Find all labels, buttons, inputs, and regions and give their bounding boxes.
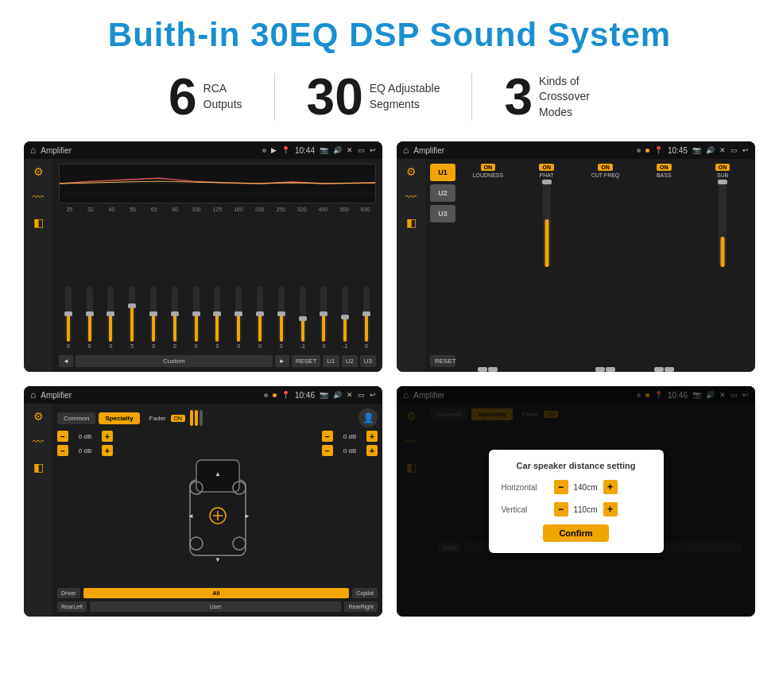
db-minus-1[interactable]: −: [57, 431, 68, 442]
eq-reset-button[interactable]: RESET: [292, 355, 321, 367]
rearleft-button[interactable]: RearLeft: [57, 601, 87, 612]
db-plus-4[interactable]: +: [366, 445, 378, 456]
vertical-minus-button[interactable]: −: [554, 502, 568, 516]
speaker-sidebar-icon-3[interactable]: ◧: [33, 461, 44, 474]
status-dot-3: [264, 393, 268, 397]
eq-slider-1[interactable]: 0: [80, 286, 99, 349]
home-icon[interactable]: ⌂: [30, 145, 36, 156]
db-minus-4[interactable]: −: [322, 445, 333, 456]
speaker-sidebar-icon-1[interactable]: ⚙: [33, 410, 44, 423]
distance-dialog-overlay: Car speaker distance setting Horizontal …: [397, 386, 755, 617]
db-minus-2[interactable]: −: [57, 445, 68, 456]
speaker-sidebar: ⚙ 〰 ◧: [24, 404, 52, 617]
db-plus-2[interactable]: +: [102, 445, 113, 456]
eq-slider-14[interactable]: 0: [357, 286, 376, 349]
speaker-bottom-row-2: RearLeft User RearRight: [57, 601, 378, 612]
freq-125: 125: [207, 207, 228, 212]
camera-icon-2: 📷: [692, 146, 701, 154]
horizontal-value: 140cm: [572, 483, 600, 492]
u1-button[interactable]: U1: [430, 164, 455, 181]
rect-icon: ▭: [358, 146, 365, 154]
back-icon[interactable]: ↩: [370, 146, 376, 154]
db-minus-3[interactable]: −: [322, 431, 333, 442]
sub-slider[interactable]: [719, 180, 727, 267]
eq-slider-11[interactable]: -1: [293, 286, 312, 349]
back-icon-2[interactable]: ↩: [742, 146, 749, 154]
home-icon-3[interactable]: ⌂: [30, 389, 36, 400]
eq-u3-button[interactable]: U3: [360, 355, 376, 367]
svg-text:▼: ▼: [215, 556, 221, 563]
crossover-sidebar-icon-3[interactable]: ◧: [406, 216, 417, 229]
volume-icon: 🔊: [333, 146, 342, 154]
eq-slider-10[interactable]: 0: [272, 286, 291, 349]
back-icon-3[interactable]: ↩: [370, 391, 376, 399]
page-title: Buith-in 30EQ DSP Sound System: [24, 16, 755, 54]
db-plus-3[interactable]: +: [366, 431, 378, 442]
avatar-icon[interactable]: 👤: [358, 408, 378, 427]
eq-next-button[interactable]: ►: [275, 355, 289, 367]
channel-cutfreq: ON CUT FREQ: [578, 164, 634, 367]
svg-text:◄: ◄: [188, 512, 194, 520]
u3-button[interactable]: U3: [430, 205, 455, 222]
eq-u2-button[interactable]: U2: [342, 355, 358, 367]
driver-button[interactable]: Driver: [57, 588, 80, 598]
bass-on-badge: ON: [657, 164, 672, 171]
horizontal-plus-button[interactable]: +: [603, 480, 618, 494]
horizontal-label: Horizontal: [502, 483, 549, 492]
bass-label: BASS: [657, 172, 672, 178]
vertical-plus-button[interactable]: +: [603, 502, 618, 516]
stat-crossover-label: Kinds ofCrossover Modes: [539, 74, 610, 121]
tab-common[interactable]: Common: [57, 412, 95, 424]
eq-slider-12[interactable]: 0: [315, 286, 334, 349]
eq-slider-8[interactable]: 0: [229, 286, 248, 349]
horizontal-ctrl: − 140cm +: [554, 480, 618, 494]
eq-slider-13[interactable]: -1: [335, 286, 355, 349]
confirm-button[interactable]: Confirm: [543, 524, 608, 542]
eq-main: 25 32 40 50 63 80 100 125 160 200 250 32…: [52, 159, 382, 372]
fader-label: Fader: [149, 415, 166, 422]
eq-slider-0[interactable]: 0: [59, 286, 78, 349]
eq-screen-title: Amplifier: [41, 146, 258, 155]
phat-slider[interactable]: [543, 180, 551, 267]
eq-sidebar-icon-3[interactable]: ◧: [33, 216, 44, 229]
crossover-screen: ⌂ Amplifier 📍 10:45 📷 🔊 ✕ ▭ ↩ ⚙ 〰 ◧: [397, 141, 755, 372]
eq-slider-6[interactable]: 0: [187, 286, 206, 349]
car-diagram-svg: ◄ ► ▲ ▼: [182, 452, 254, 563]
eq-prev-button[interactable]: ◄: [59, 355, 73, 367]
all-button[interactable]: All: [83, 588, 350, 598]
crossover-content: ⚙ 〰 ◧ U1 U2 U3 RESET ON LOU: [397, 159, 755, 372]
user-button[interactable]: User: [90, 601, 342, 612]
horizontal-minus-button[interactable]: −: [554, 480, 568, 494]
copilot-button[interactable]: Copilot: [352, 588, 378, 598]
home-icon-2[interactable]: ⌂: [403, 145, 409, 156]
eq-slider-2[interactable]: 0: [102, 286, 121, 349]
speaker-sidebar-icon-2[interactable]: 〰: [33, 435, 44, 448]
crossover-sidebar-icon-1[interactable]: ⚙: [406, 165, 417, 178]
eq-slider-9[interactable]: 0: [250, 286, 269, 349]
eq-u1-button[interactable]: U1: [323, 355, 339, 367]
tab-specialty[interactable]: Specialty: [99, 412, 139, 424]
u2-button[interactable]: U2: [430, 184, 455, 202]
db-plus-1[interactable]: +: [102, 431, 113, 442]
eq-sidebar-icon-1[interactable]: ⚙: [33, 165, 44, 178]
crossover-reset-button[interactable]: RESET: [430, 355, 455, 367]
status-dot-orange: [645, 149, 649, 153]
rearright-button[interactable]: RearRight: [344, 601, 378, 612]
eq-slider-4[interactable]: 0: [144, 286, 163, 349]
crossover-sidebar-icon-2[interactable]: 〰: [405, 191, 417, 203]
stat-rca: 6 RCAOutputs: [137, 72, 274, 122]
stat-rca-label: RCAOutputs: [203, 81, 242, 112]
eq-slider-3[interactable]: 5: [122, 286, 141, 349]
speaker-status-bar: ⌂ Amplifier 📍 10:46 📷 🔊 ✕ ▭ ↩: [24, 386, 382, 404]
freq-100: 100: [186, 207, 207, 212]
freq-250: 250: [270, 207, 292, 212]
speaker-screen-title: Amplifier: [41, 391, 259, 400]
eq-sidebar-icon-2[interactable]: 〰: [33, 191, 44, 203]
eq-slider-5[interactable]: 0: [165, 286, 184, 349]
horizontal-row: Horizontal − 140cm +: [502, 480, 651, 494]
eq-slider-7[interactable]: 0: [208, 286, 227, 349]
eq-preset-label: Custom: [76, 355, 273, 367]
freq-40: 40: [101, 207, 122, 212]
fader-on-badge[interactable]: ON: [171, 415, 186, 422]
car-diagram-container: ◄ ► ▲ ▼: [118, 431, 317, 585]
